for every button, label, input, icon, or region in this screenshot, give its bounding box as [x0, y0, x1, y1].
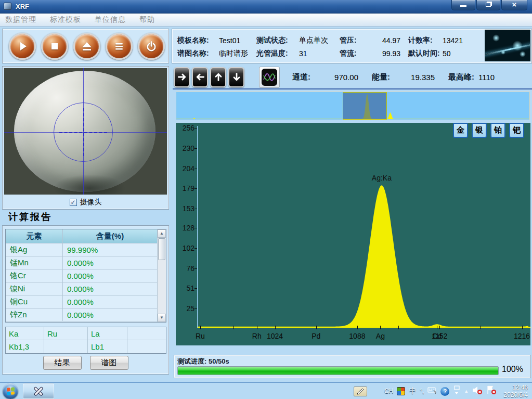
element-button-gold[interactable]: 金: [453, 123, 468, 138]
window-title: XRF: [16, 3, 29, 10]
table-row[interactable]: 锰Mn0.000%: [6, 256, 157, 269]
menu-data-management[interactable]: 数据管理: [5, 15, 36, 24]
start-button[interactable]: [3, 383, 18, 399]
spectrum-view-button[interactable]: [259, 67, 280, 88]
action-center-icon[interactable]: [486, 385, 497, 397]
restore-button[interactable]: [476, 0, 500, 10]
menu-bar: 数据管理 标准模板 单位信息 帮助: [0, 14, 532, 27]
y-axis-tick-label: 25: [176, 304, 194, 313]
y-axis-tick-label: 102: [176, 244, 194, 252]
scroll-down-icon[interactable]: ▼: [158, 314, 166, 322]
x-axis-tick: [398, 326, 399, 329]
show-hidden-icons[interactable]: ▲: [464, 389, 469, 394]
stop-test-button[interactable]: [41, 33, 68, 60]
overview-selection[interactable]: [343, 92, 387, 120]
y-axis-tick: [194, 188, 197, 189]
line-cell: Ru: [44, 327, 88, 340]
app-icon: [4, 3, 11, 10]
windows-logo-icon: [7, 387, 15, 395]
table-row[interactable]: 镍Ni0.000%: [6, 282, 157, 295]
x-axis-tick: [257, 326, 257, 329]
camera-checkbox-label: 摄像头: [80, 198, 102, 207]
menu-standard-template[interactable]: 标准模板: [50, 15, 81, 24]
volume-muted-icon[interactable]: [472, 385, 483, 397]
x-axis-tick: [316, 326, 317, 329]
menu-help[interactable]: 帮助: [139, 15, 155, 24]
progress-fill: [178, 367, 498, 375]
y-axis-tick-label: 51: [176, 284, 194, 292]
spectrum-overview[interactable]: [176, 92, 530, 120]
line-cell: [127, 327, 166, 340]
x-axis-tick: [481, 326, 481, 329]
taskbar-app-xrf[interactable]: [23, 383, 54, 399]
max-peak-label: 最高峰:: [448, 72, 474, 82]
spectrum-curve: [176, 123, 530, 345]
arrow-right-icon: [177, 72, 187, 82]
table-scrollbar[interactable]: ▲ ▼: [157, 229, 166, 322]
progress-label: 测试进度: 50/50s: [177, 357, 527, 366]
x-axis-tick-label: 1216: [514, 332, 530, 340]
spectrum-chart[interactable]: 金 银 铂 钯 255176102128153179204230256RuRh1…: [176, 123, 530, 345]
scrollbar-thumb[interactable]: [158, 238, 165, 260]
element-cell: 锰Mn: [6, 256, 63, 269]
xrf-app-icon: [32, 385, 45, 397]
eject-icon: [81, 40, 93, 53]
element-cell: 镍Ni: [6, 282, 63, 295]
help-tray-icon[interactable]: ?: [440, 387, 449, 396]
tablet-input-icon[interactable]: [354, 387, 367, 396]
menu-list-button[interactable]: [106, 33, 133, 60]
energy-value: 19.335: [390, 73, 435, 82]
line-cell: [44, 340, 88, 353]
ime-mode-indicator[interactable]: 中: [409, 387, 416, 396]
channel-value: 970.00: [310, 73, 358, 82]
channel-label: 通道:: [292, 72, 310, 82]
soft-keyboard-icon[interactable]: [427, 387, 437, 396]
content-cell: 0.000%: [63, 269, 157, 282]
window-switch-icon[interactable]: [453, 385, 460, 397]
camera-checkbox[interactable]: ✓: [70, 199, 77, 206]
start-test-button[interactable]: [9, 33, 36, 60]
move-right-button[interactable]: [174, 67, 190, 87]
system-tray: CH 中 °, ? ▲ 12:46 2020/6/4: [354, 383, 530, 399]
tube-current-value: 99.93: [382, 49, 408, 58]
element-button-platinum[interactable]: 铂: [490, 123, 505, 138]
report-title: 计算报告: [8, 211, 52, 223]
move-left-button[interactable]: [192, 67, 208, 87]
results-button[interactable]: 结果: [43, 356, 82, 370]
tube-voltage-value: 44.97: [382, 36, 408, 45]
language-indicator[interactable]: CH: [384, 388, 393, 395]
arrow-left-icon: [195, 72, 205, 82]
max-peak-value: 1110: [478, 73, 495, 82]
table-row[interactable]: 铜Cu0.000%: [6, 295, 157, 308]
table-row[interactable]: 铬Cr0.000%: [6, 269, 157, 282]
brand-image: [485, 30, 530, 61]
move-down-button[interactable]: [228, 67, 244, 87]
line-cell: [127, 340, 166, 353]
ime-icon[interactable]: [397, 387, 405, 395]
punctuation-indicator[interactable]: °,: [420, 388, 424, 395]
y-axis-tick: [194, 228, 197, 228]
close-button[interactable]: ×: [501, 0, 527, 10]
menu-unit-info[interactable]: 单位信息: [95, 15, 126, 24]
table-row[interactable]: 锌Zn0.000%: [6, 308, 157, 321]
minimize-button[interactable]: [451, 0, 475, 10]
element-button-palladium[interactable]: 钯: [509, 123, 524, 138]
spectrum-button[interactable]: 谱图: [90, 356, 128, 370]
y-axis-tick-label: 76: [176, 264, 194, 273]
x-axis-tick-label: 1024: [267, 332, 283, 340]
move-up-button[interactable]: [210, 67, 226, 87]
x-axis-tick: [439, 326, 440, 329]
count-rate-label: 计数率:: [408, 36, 443, 45]
line-cell: La: [88, 327, 127, 340]
eject-button[interactable]: [73, 33, 100, 60]
power-button[interactable]: [138, 33, 165, 60]
title-bar: XRF ×: [0, 0, 532, 14]
progress-panel: 测试进度: 50/50s 100%: [174, 355, 531, 378]
taskbar: CH 中 °, ? ▲ 12:46 2020/6/4: [0, 382, 532, 399]
table-row[interactable]: 银Ag99.990%: [6, 243, 157, 256]
camera-view: [4, 68, 167, 195]
clock[interactable]: 12:46 2020/6/4: [503, 384, 528, 398]
element-button-silver[interactable]: 银: [472, 123, 487, 138]
template-name-label: 模板名称:: [177, 36, 219, 45]
scroll-up-icon[interactable]: ▲: [158, 229, 166, 238]
